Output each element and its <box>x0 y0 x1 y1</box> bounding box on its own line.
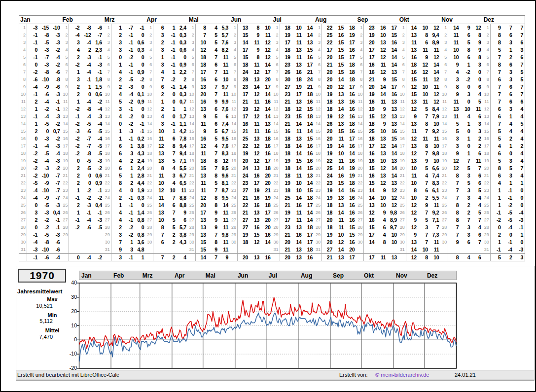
temp-min: 7 <box>460 157 471 165</box>
month-label: Okt <box>398 16 440 24</box>
day-number: 17 <box>356 143 364 150</box>
temp-mittel: 4,2 <box>177 128 187 135</box>
temp-mittel: -2 <box>135 76 145 83</box>
temp-max: 17 <box>280 39 292 46</box>
temp-mittel: 7 <box>514 91 525 98</box>
temp-max: 18 <box>280 135 292 143</box>
temp-mittel: 7 <box>471 239 482 246</box>
temp-max: 17 <box>364 231 376 239</box>
temp-min: 12 <box>250 113 261 120</box>
temp-max: 10 <box>406 179 418 187</box>
temp-max: 13 <box>196 172 208 179</box>
temp-mittel: 4,3 <box>135 150 145 157</box>
temp-max: 13 <box>406 46 418 54</box>
temp-mittel: 14 <box>303 179 314 187</box>
temp-max: 2 <box>69 91 81 98</box>
temp-min: 9 <box>376 120 387 128</box>
month-summary-value: 3 <box>514 253 525 261</box>
temp-max: 18 <box>322 98 334 106</box>
temp-mittel: -4 <box>50 54 61 61</box>
temp-min: 14 <box>334 187 345 194</box>
day-number: 2 <box>440 32 448 39</box>
temp-mittel: 10 <box>429 157 440 165</box>
temp-min: -1 <box>165 46 177 54</box>
temp-min: 14 <box>250 83 261 91</box>
temp-min: -5 <box>81 165 92 172</box>
temp-max: 9 <box>406 113 418 120</box>
temp-min: 11 <box>250 61 261 69</box>
temp-max: 11 <box>153 172 165 179</box>
day-number: 24 <box>440 194 448 202</box>
day-number: 28 <box>356 224 364 231</box>
temp-min: 14 <box>292 120 303 128</box>
temp-mittel: -3 <box>514 216 525 224</box>
day-number: 28 <box>314 224 322 231</box>
temp-max: 19 <box>238 106 250 113</box>
day-number: 21 <box>188 172 196 179</box>
day-number: 15 <box>272 128 280 135</box>
temp-max: 8 <box>448 216 460 224</box>
day-number: 24 <box>272 194 280 202</box>
temp-max: 20 <box>322 69 334 76</box>
month-label: Mai <box>188 16 230 24</box>
temp-min: 12 <box>250 143 261 150</box>
month-col-Nov: Nov11491221168311594108951068691374-2083… <box>440 16 482 261</box>
month-col-Jan: Jan1-3-15-102-1-8-33-1-5-340-3-25-1-7-46… <box>19 16 61 261</box>
month-summary-value: -1 <box>27 253 39 261</box>
temp-min: 7 <box>418 231 429 239</box>
temp-min <box>165 246 177 253</box>
temp-max: 15 <box>196 246 208 253</box>
temp-min: 2 <box>460 202 471 209</box>
temp-mittel: 11 <box>219 224 230 231</box>
day-number: 15 <box>145 128 153 135</box>
temp-max: 6 <box>153 24 165 32</box>
temp-max: 21 <box>280 202 292 209</box>
temp-max: 19 <box>280 209 292 216</box>
day-number: 2 <box>272 32 280 39</box>
temp-mittel: 12 <box>261 46 272 54</box>
day-number: 25 <box>398 202 406 209</box>
temp-min: 9 <box>208 98 219 106</box>
day-number: 20 <box>356 165 364 172</box>
temp-mittel: 7 <box>514 61 525 69</box>
day-number: 13 <box>356 113 364 120</box>
temp-max: 3 <box>69 76 81 83</box>
temp-mittel: 9,8 <box>429 150 440 157</box>
day-number: 28 <box>19 224 27 231</box>
day-number: 11 <box>314 98 322 106</box>
temp-mittel: 15 <box>387 32 398 39</box>
temp-min: 5 <box>460 165 471 172</box>
temp-max: 21 <box>364 76 376 83</box>
temp-min: -3 <box>39 165 50 172</box>
temp-mittel: 7 <box>471 216 482 224</box>
day-number: 23 <box>145 187 153 194</box>
temp-max: 21 <box>280 98 292 106</box>
temp-mittel: -8 <box>50 76 61 83</box>
temp-max: 6 <box>491 106 502 113</box>
temp-mittel: 2,3 <box>92 46 103 54</box>
temp-max: 18 <box>406 61 418 69</box>
temp-max: 8 <box>153 224 165 231</box>
temp-min: -2 <box>39 106 50 113</box>
temp-mittel: 11 <box>219 54 230 61</box>
temp-min: 1 <box>502 113 514 120</box>
day-number: 24 <box>188 194 196 202</box>
month-grid: 1-2-8-62-4-12-733-41,64422,352-3-16-2-4-… <box>61 24 103 261</box>
temp-min: 6 <box>208 61 219 69</box>
temp-min: -12 <box>81 32 92 39</box>
temp-max: 20 <box>322 54 334 61</box>
temp-min: 11 <box>418 76 429 83</box>
temp-max: 27 <box>322 246 334 253</box>
temp-min: 9 <box>418 202 429 209</box>
day-number: 17 <box>188 143 196 150</box>
temp-min: -3 <box>123 83 135 91</box>
day-number: 1 <box>19 24 27 32</box>
temp-min: 10 <box>376 202 387 209</box>
footer-author-link[interactable]: © mein-bilderarchiv.de <box>375 370 429 380</box>
temp-mittel: -4 <box>92 135 103 143</box>
day-number: 26 <box>314 209 322 216</box>
temp-min: 5 <box>208 39 219 46</box>
month-summary-value: 2 <box>502 253 514 261</box>
temp-mittel: 18 <box>345 69 356 76</box>
page: Jan1-3-15-102-1-8-33-1-5-340-3-25-1-7-46… <box>0 0 536 392</box>
